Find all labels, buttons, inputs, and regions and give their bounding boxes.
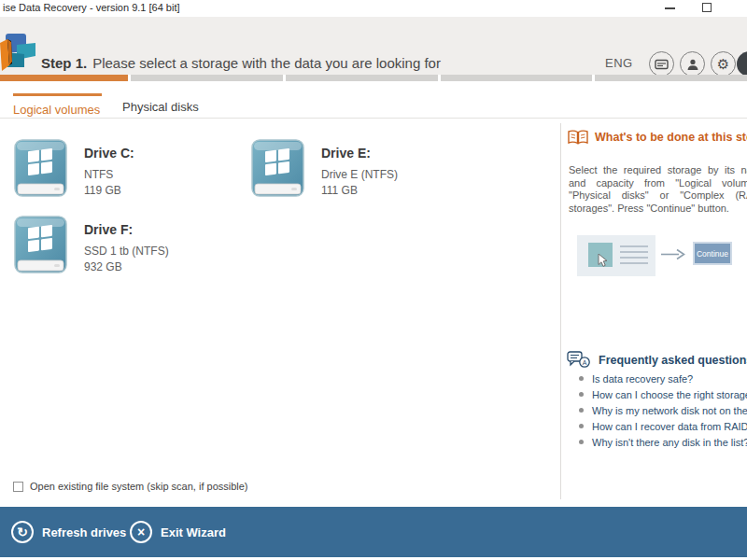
help-body-text: Select the required storage by its name … — [569, 164, 747, 215]
step-progress-bar — [0, 75, 747, 81]
arrow-right-icon — [661, 248, 685, 260]
bullet-icon — [579, 408, 584, 413]
license-card-button[interactable] — [649, 51, 674, 77]
drive-icon — [13, 215, 69, 276]
drive-name: Drive C: — [84, 146, 134, 161]
faq-question[interactable]: Is data recovery safe? — [592, 373, 693, 385]
bottom-action-bar: ↻ Refresh drives × Exit Wizard Continue — [0, 507, 747, 557]
drive-name: Drive F: — [84, 222, 169, 237]
drive-size: 111 GB — [321, 183, 398, 199]
app-window: ise Data Recovery - version 9.1 [64 bit]… — [0, 0, 747, 560]
minimize-icon[interactable] — [665, 7, 675, 9]
drive-icon — [250, 138, 306, 200]
gear-icon: ⚙ — [717, 57, 729, 71]
book-icon — [568, 130, 588, 145]
help-title: What's to be done at this step? — [595, 131, 747, 144]
drive-name: Drive E: — [321, 146, 398, 161]
tab-underline — [0, 118, 747, 119]
faq-question[interactable]: Why is my network disk not on the list? — [592, 405, 747, 416]
progress-segment — [441, 75, 593, 81]
step-number: Step 1. — [41, 55, 87, 71]
checkbox-label[interactable]: Open existing file system (skip scan, if… — [30, 481, 248, 492]
help-section-header: What's to be done at this step? — [568, 130, 747, 145]
exit-wizard-button[interactable]: × Exit Wizard — [130, 507, 226, 557]
cursor-icon — [598, 254, 608, 267]
step-description: Please select a storage with the data yo… — [92, 55, 441, 71]
bullet-icon — [579, 424, 584, 428]
faq-bubbles-icon: A — [567, 351, 590, 369]
refresh-drives-button[interactable]: ↻ Refresh drives — [11, 507, 126, 557]
app-logo-icon — [0, 30, 37, 75]
faq-link-2[interactable]: How can I choose the right storage? — [579, 389, 747, 400]
faq-link-4[interactable]: How can I recover data from RAID? — [579, 421, 747, 432]
drive-filesystem: SSD 1 tb (NTFS) — [84, 244, 169, 259]
bullet-icon — [579, 440, 584, 444]
refresh-drives-label[interactable]: Refresh drives — [42, 525, 126, 539]
user-account-button[interactable] — [680, 51, 705, 77]
window-title: ise Data Recovery - version 9.1 [64 bit] — [3, 2, 180, 13]
panel-divider — [560, 123, 561, 499]
faq-link-1[interactable]: Is data recovery safe? — [579, 373, 747, 385]
maximize-icon[interactable] — [702, 3, 712, 12]
exit-wizard-label[interactable]: Exit Wizard — [161, 525, 226, 539]
checkbox[interactable] — [13, 482, 23, 492]
close-icon: × — [130, 521, 152, 543]
skip-scan-option[interactable]: Open existing file system (skip scan, if… — [13, 481, 248, 492]
drive-item-f[interactable]: Drive F: SSD 1 tb (NTFS) 932 GB — [13, 215, 247, 280]
svg-text:A: A — [583, 359, 587, 366]
drive-size: 119 GB — [84, 183, 134, 199]
drive-size: 932 GB — [84, 259, 169, 275]
progress-segment — [131, 75, 283, 81]
illustration-text-lines — [620, 245, 648, 268]
drive-filesystem: NTFS — [84, 167, 134, 183]
drive-item-e[interactable]: Drive E: Drive E (NTFS) 111 GB — [250, 138, 484, 203]
header: Step 1.Please select a storage with the … — [0, 17, 747, 75]
tab-physical-disks[interactable]: Physical disks — [122, 93, 204, 119]
bullet-icon — [579, 376, 584, 381]
menu-circle-button[interactable] — [737, 51, 747, 77]
title-bar: ise Data Recovery - version 9.1 [64 bit] — [0, 0, 747, 17]
illustration-continue-button: Continue — [693, 242, 732, 265]
faq-section-header: A Frequently asked questions: — [567, 351, 747, 369]
drive-item-c[interactable]: Drive C: NTFS 119 GB — [13, 138, 247, 203]
faq-link-3[interactable]: Why is my network disk not on the list? — [579, 405, 747, 416]
drive-filesystem: Drive E (NTFS) — [321, 167, 398, 183]
progress-segment-active — [0, 75, 128, 81]
help-illustration — [577, 235, 655, 276]
tab-logical-volumes[interactable]: Logical volumes — [13, 93, 102, 119]
bullet-icon — [579, 392, 584, 397]
drive-icon — [13, 138, 69, 200]
language-selector[interactable]: ENG — [605, 56, 633, 70]
refresh-icon: ↻ — [11, 521, 34, 543]
faq-question[interactable]: How can I recover data from RAID? — [592, 421, 747, 432]
settings-button[interactable]: ⚙ — [711, 51, 736, 77]
progress-segment — [595, 75, 747, 81]
license-card-icon — [655, 59, 669, 70]
faq-question[interactable]: Why isn't there any disk in the list? — [592, 437, 747, 448]
step-heading: Step 1.Please select a storage with the … — [41, 55, 441, 71]
faq-link-5[interactable]: Why isn't there any disk in the list? — [579, 437, 747, 448]
faq-title: Frequently asked questions: — [599, 354, 747, 367]
user-icon — [686, 58, 699, 71]
faq-question[interactable]: How can I choose the right storage? — [592, 389, 747, 400]
progress-segment — [286, 75, 438, 81]
